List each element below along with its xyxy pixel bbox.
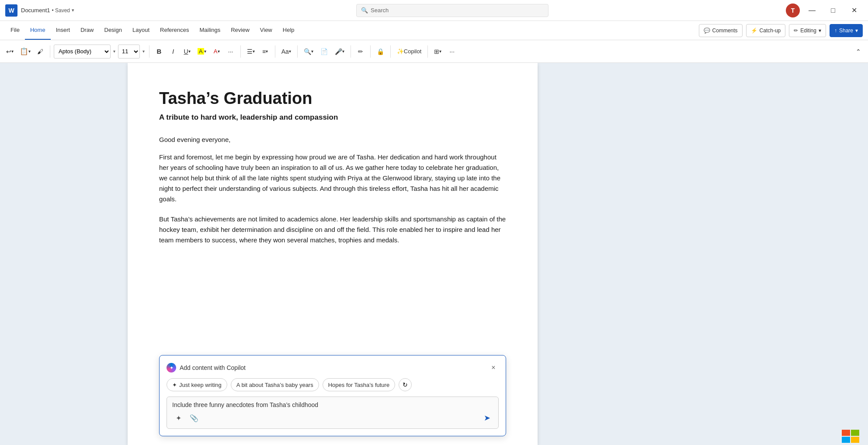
paste-button[interactable]: 📋▾ [17, 45, 33, 59]
copilot-attach-button[interactable]: 📎 [188, 412, 200, 424]
font-chevron-icon[interactable]: ▾ [112, 49, 116, 54]
share-chevron-icon: ▾ [855, 28, 858, 34]
tab-layout[interactable]: Layout [127, 21, 155, 40]
comments-button[interactable]: 💬 Comments [699, 24, 743, 37]
copilot-sparkle-button[interactable]: ✦ [172, 412, 184, 424]
copilot-panel: ✦ Add content with Copilot × ✦ Just keep… [159, 355, 506, 436]
tab-view[interactable]: View [255, 21, 278, 40]
copilot-send-button[interactable]: ➤ [481, 412, 493, 424]
tab-design[interactable]: Design [99, 21, 127, 40]
search-placeholder: Search [371, 7, 389, 14]
font-color-button[interactable]: A▾ [211, 45, 223, 59]
share-button[interactable]: ↑ Share ▾ [830, 24, 863, 37]
underline-button[interactable]: U▾ [181, 45, 193, 59]
maximize-button[interactable]: □ [824, 3, 842, 17]
separator-9 [427, 45, 428, 58]
copilot-chip-2[interactable]: A bit about Tasha’s baby years [231, 378, 319, 391]
main-area: Tasha’s Graduation A tribute to hard wor… [0, 63, 868, 445]
copilot-panel-title: Add content with Copilot [180, 364, 246, 371]
document-heading: Tasha’s Graduation [159, 89, 506, 108]
right-margin [538, 63, 868, 445]
tab-draw[interactable]: Draw [75, 21, 99, 40]
tab-insert[interactable]: Insert [51, 21, 76, 40]
separator-2 [149, 45, 149, 58]
copilot-chip-1[interactable]: ✦ Just keep writing [167, 378, 227, 391]
styles-button[interactable]: Aa▾ [279, 45, 294, 59]
separator-5 [297, 45, 298, 58]
search-box[interactable]: 🔍 Search [356, 4, 549, 17]
windows-icon-blue [842, 437, 850, 443]
windows-icon-red [842, 430, 850, 436]
more-formatting-button[interactable]: ··· [225, 45, 237, 59]
saved-status: • Saved [52, 7, 70, 14]
tab-home[interactable]: Home [25, 21, 51, 40]
sparkle-chip-icon: ✦ [172, 382, 177, 388]
toolbar: ↩▾ 📋▾ 🖌 Aptos (Body) ▾ 11 ▾ B I U▾ A▾ A▾… [0, 40, 868, 63]
editor-review-button[interactable]: 📄 [318, 45, 330, 59]
more-options-button[interactable]: ··· [446, 45, 458, 59]
copilot-input-text: Include three funny anecdotes from Tasha… [172, 401, 493, 408]
font-size-chevron-icon[interactable]: ▾ [142, 49, 146, 54]
tab-references[interactable]: References [155, 21, 194, 40]
windows-icon [842, 430, 859, 443]
ribbon-tabs: File Home Insert Draw Design Layout Refe… [5, 21, 300, 40]
dictate-button[interactable]: 🎤▾ [332, 45, 347, 59]
highlight-button[interactable]: A▾ [195, 45, 209, 59]
tab-mailings[interactable]: Mailings [194, 21, 226, 40]
catchup-label: Catch-up [760, 28, 781, 34]
font-size-select[interactable]: 11 [118, 45, 140, 59]
separator-6 [351, 45, 351, 58]
taskbar [833, 428, 868, 445]
ribbon-right: 💬 Comments ⚡ Catch-up ✏ Editing ▾ ↑ Shar… [699, 24, 863, 37]
document-title-area: Document1 • Saved ▾ [21, 7, 74, 14]
copilot-toolbar-button[interactable]: ✨ Copilot [394, 45, 424, 59]
document-greeting: Good evening everyone, [159, 136, 506, 143]
avatar[interactable]: T [786, 3, 800, 17]
font-select[interactable]: Aptos (Body) [54, 45, 111, 59]
undo-group: ↩▾ 📋▾ 🖌 [3, 45, 46, 59]
share-icon: ↑ [834, 28, 837, 34]
refresh-suggestions-button[interactable]: ↻ [399, 378, 412, 391]
copilot-input-icons: ✦ 📎 [172, 412, 200, 424]
title-bar-left: W Document1 • Saved ▾ [5, 4, 119, 17]
view-options-button[interactable]: ⊞▾ [431, 45, 444, 59]
document-name: Document1 [21, 7, 50, 14]
copilot-input-toolbar: ✦ 📎 ➤ [172, 412, 493, 424]
separator-3 [240, 45, 241, 58]
page-area[interactable]: Tasha’s Graduation A tribute to hard wor… [128, 63, 538, 445]
copilot-input-area[interactable]: Include three funny anecdotes from Tasha… [167, 397, 499, 429]
separator-7 [370, 45, 371, 58]
expand-ribbon-button[interactable]: ⌃ [852, 45, 865, 59]
italic-button[interactable]: I [167, 45, 179, 59]
catchup-icon: ⚡ [751, 28, 757, 34]
undo-button[interactable]: ↩▾ [3, 45, 16, 59]
copilot-close-button[interactable]: × [488, 362, 499, 373]
list-button[interactable]: ☰▾ [244, 45, 257, 59]
left-margin [0, 63, 128, 445]
document-paragraph-1: First and foremost, let me begin by expr… [159, 152, 506, 204]
catchup-button[interactable]: ⚡ Catch-up [746, 24, 786, 37]
copilot-chip-3[interactable]: Hopes for Tasha’s future [323, 378, 395, 391]
find-replace-button[interactable]: 🔍▾ [301, 45, 316, 59]
sensitivity-button[interactable]: 🔒 [374, 45, 387, 59]
windows-icon-yellow [851, 437, 859, 443]
bold-button[interactable]: B [153, 45, 165, 59]
tab-file[interactable]: File [5, 21, 25, 40]
separator-1 [50, 45, 50, 58]
document-paragraph-2: But Tasha’s achievements are not limited… [159, 214, 506, 245]
copilot-logo-icon: ✦ [167, 363, 176, 373]
copilot-header: ✦ Add content with Copilot × [167, 362, 499, 373]
tab-help[interactable]: Help [278, 21, 300, 40]
format-painter-button[interactable]: 🖌 [34, 45, 46, 59]
tab-review[interactable]: Review [226, 21, 255, 40]
align-button[interactable]: ≡▾ [259, 45, 271, 59]
chevron-down-icon[interactable]: ▾ [72, 7, 74, 13]
editor-button[interactable]: ✏ [354, 45, 367, 59]
ribbon: File Home Insert Draw Design Layout Refe… [0, 21, 868, 40]
minimize-button[interactable]: — [803, 3, 821, 17]
close-button[interactable]: ✕ [845, 3, 863, 17]
copilot-chip-1-label: Just keep writing [179, 382, 222, 388]
editing-button[interactable]: ✏ Editing ▾ [789, 24, 826, 37]
share-label: Share [839, 28, 853, 34]
copilot-chip-2-label: A bit about Tasha’s baby years [236, 382, 313, 388]
